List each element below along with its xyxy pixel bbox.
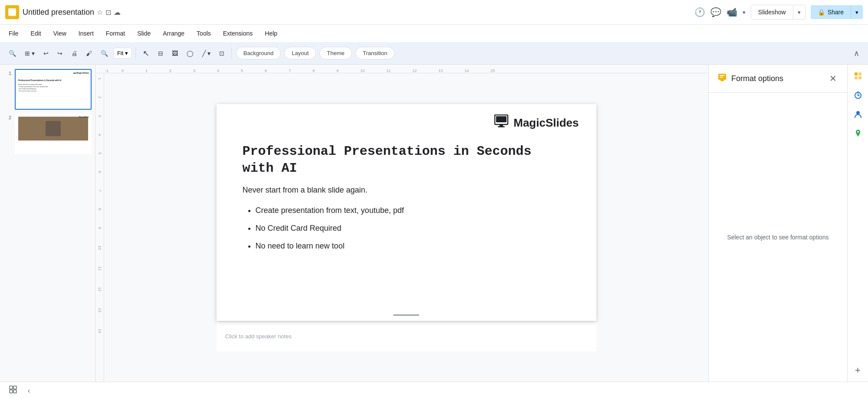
slide-2-container: 2 MagicSlides [3,113,92,154]
menu-file[interactable]: File [3,28,24,39]
share-button[interactable]: 🔒 Share [811,5,851,19]
doc-title-text: Untitled presentation [23,8,94,17]
collapse-toolbar-btn[interactable]: ∧ [850,46,863,61]
zoom-select[interactable]: Fit ▾ [113,48,132,59]
slide-2-thumb-inner: MagicSlides [16,114,91,153]
title-icon-star[interactable]: ☆ [97,8,103,16]
svg-rect-6 [720,77,723,78]
thumb-2-image [18,117,88,141]
title-icon-cloud[interactable]: ☁ [114,8,121,16]
undo-btn[interactable]: ↩ [40,47,52,59]
zoom-search-btn[interactable]: 🔍 [5,47,20,59]
bottom-bar: ‹ [0,382,868,399]
history-icon[interactable]: 🕐 [694,7,705,17]
doc-title-row: Untitled presentation ☆ ⊡ ☁ [23,8,691,17]
slide-1-thumb[interactable]: ■■ MagicSlides Professional Presentation… [15,69,92,110]
menu-format[interactable]: Format [101,28,130,39]
menu-view[interactable]: View [48,28,72,39]
main-area: 1 ■■ MagicSlides Professional Presentati… [0,65,868,382]
paint-format-btn[interactable]: 🖌 [82,47,95,59]
sidebar-explore-btn[interactable] [850,68,866,84]
slide-wrapper: MagicSlides Professional Presentations i… [217,104,596,351]
slide-canvas[interactable]: MagicSlides Professional Presentations i… [217,104,596,321]
thumb-1-logo: ■■ MagicSlides [73,72,89,74]
ruler-mark: 1 [145,69,148,73]
format-panel-close-button[interactable]: ✕ [828,72,838,85]
panel-toggle-button[interactable]: ‹ [24,385,33,396]
slide-logo-icon [494,114,510,131]
sidebar-person-btn[interactable] [850,106,866,122]
ruler-v-mark: 7 [98,190,102,192]
editor-content: 1 2 3 4 5 6 7 8 9 10 11 12 13 14 [95,73,708,382]
menu-bar: File Edit View Insert Format Slide Arran… [0,25,868,42]
title-icon-folder[interactable]: ⊡ [105,8,111,16]
slideshow-btn-group: Slideshow ▾ [751,5,806,20]
menu-edit[interactable]: Edit [26,28,46,39]
notes-area[interactable]: Click to add speaker notes [217,321,596,351]
ruler-mark: 5 [241,69,243,73]
slide-logo-text: MagicSlides [513,116,579,130]
ruler-mark: 12 [412,69,417,73]
title-bar: Untitled presentation ☆ ⊡ ☁ 🕐 💬 📹 ▾ Slid… [0,0,868,25]
ruler-v-mark: 14 [98,329,102,333]
slide-canvas-area[interactable]: MagicSlides Professional Presentations i… [104,73,708,382]
theme-btn[interactable]: Theme [319,47,352,59]
menu-tools[interactable]: Tools [191,28,216,39]
svg-rect-21 [13,390,16,393]
comment-icon[interactable]: 💬 [710,7,721,17]
person-icon [854,110,862,118]
magic-slides-monitor-icon [494,114,510,128]
zoom-dropdown-icon: ▾ [125,50,128,56]
shape-btn[interactable]: ◯ [183,47,197,59]
ruler-mark: 25 [490,69,495,73]
zoom-add-btn[interactable]: ⊞ ▾ [21,47,38,59]
menu-arrange[interactable]: Arrange [158,28,190,39]
slide-2-number: 2 [3,113,11,120]
slideshow-button[interactable]: Slideshow [751,5,793,19]
select-btn[interactable]: ⊟ [155,47,167,59]
video-dropdown[interactable]: ▾ [743,9,746,16]
svg-rect-3 [498,126,505,128]
ruler-mark: 8 [312,69,315,73]
ruler-mark: 6 [265,69,267,73]
svg-rect-7 [720,80,724,81]
menu-extensions[interactable]: Extensions [218,28,258,39]
slideshow-dropdown-button[interactable]: ▾ [793,6,805,19]
sidebar-timer-btn[interactable] [850,87,866,103]
share-dropdown-button[interactable]: ▾ [851,6,863,19]
svg-point-16 [856,111,860,114]
menu-help[interactable]: Help [260,28,283,39]
print-btn[interactable]: 🖨 [68,47,81,59]
layout-btn[interactable]: Layout [284,47,316,59]
zoom-percent-btn[interactable]: 🔍 [97,47,112,59]
ruler-mark: -1 [105,69,108,73]
ruler-v-mark: 5 [98,152,102,154]
editor-area: -1 0 1 2 3 4 5 6 7 8 9 10 11 12 13 14 25 [95,65,708,382]
slide-bullets: Create presentation from text, youtube, … [243,205,570,252]
ruler-v-mark: 10 [98,245,102,250]
svg-rect-20 [10,390,13,393]
thumb-1-body: Never start from a blank slide again. • … [18,84,88,92]
separator-2 [231,47,232,59]
image-btn[interactable]: 🖼 [168,47,181,59]
sidebar-location-btn[interactable] [850,125,866,141]
slide-1-container: 1 ■■ MagicSlides Professional Presentati… [3,69,92,110]
redo-btn[interactable]: ↪ [54,47,66,59]
background-btn[interactable]: Background [236,47,281,59]
text-box-btn[interactable]: ⊡ [216,47,228,59]
ruler-mark: 4 [217,69,219,73]
ruler-horizontal: -1 0 1 2 3 4 5 6 7 8 9 10 11 12 13 14 25 [95,65,708,73]
transition-btn[interactable]: Transition [355,47,395,59]
cursor-btn[interactable]: ↖ [139,46,153,61]
grid-view-button[interactable] [5,383,21,398]
line-btn[interactable]: ╱ ▾ [199,47,214,59]
svg-rect-19 [13,386,16,389]
slide-content: Professional Presentations in Seconds wi… [217,121,596,276]
sidebar-plus-btn[interactable]: + [850,363,866,378]
menu-insert[interactable]: Insert [73,28,99,39]
slide-2-thumb[interactable]: MagicSlides [15,113,92,154]
menu-slide[interactable]: Slide [132,28,156,39]
format-options-panel: Format options ✕ Select an object to see… [708,65,847,382]
video-icon[interactable]: 📹 [727,7,737,17]
slide-1-number: 1 [3,69,11,76]
